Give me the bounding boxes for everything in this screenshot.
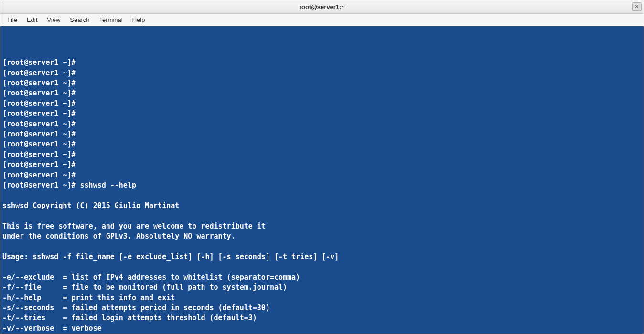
terminal-line: -f/--file = file to be monitored (full p… — [2, 282, 642, 292]
menu-file[interactable]: File — [3, 15, 21, 25]
terminal-line: sshwsd Copyright (C) 2015 Giulio Martina… — [2, 201, 642, 211]
terminal-line: -s/--seconds = failed attempts period in… — [2, 303, 642, 313]
close-button[interactable]: ✕ — [632, 2, 642, 11]
menu-edit[interactable]: Edit — [23, 15, 41, 25]
terminal-line — [2, 211, 642, 221]
terminal-line: [root@server1 ~]# — [2, 68, 642, 78]
terminal-line: [root@server1 ~]# — [2, 139, 642, 149]
terminal-line: [root@server1 ~]# — [2, 119, 642, 129]
terminal-line: -e/--exclude = list of IPv4 addresses to… — [2, 272, 642, 282]
terminal-line — [2, 242, 642, 252]
menu-terminal[interactable]: Terminal — [96, 15, 127, 25]
terminal-line: -t/--tries = failed login attempts thres… — [2, 313, 642, 323]
terminal-line: -v/--verbose = verbose — [2, 324, 642, 334]
terminal-line: [root@server1 ~]# — [2, 129, 642, 139]
menubar: File Edit View Search Terminal Help — [0, 14, 644, 26]
terminal-line: [root@server1 ~]# — [2, 170, 642, 180]
terminal-line: [root@server1 ~]# — [2, 78, 642, 88]
terminal-window: root@server1:~ ✕ File Edit View Search T… — [0, 0, 644, 334]
menu-help[interactable]: Help — [129, 15, 149, 25]
terminal-line: Usage: sshwsd -f file_name [-e exclude_l… — [2, 252, 642, 262]
close-icon: ✕ — [634, 3, 639, 10]
terminal-line — [2, 191, 642, 201]
menu-search[interactable]: Search — [66, 15, 93, 25]
terminal-line: [root@server1 ~]# — [2, 99, 642, 109]
window-title: root@server1:~ — [0, 3, 644, 10]
terminal-line: [root@server1 ~]# — [2, 88, 642, 98]
terminal-line: This is free software, and you are welco… — [2, 221, 642, 231]
terminal-line: [root@server1 ~]# — [2, 109, 642, 119]
terminal-area[interactable]: [root@server1 ~]#[root@server1 ~]#[root@… — [0, 26, 644, 334]
terminal-line: -h/--help = print this info and exit — [2, 293, 642, 303]
titlebar: root@server1:~ ✕ — [0, 0, 644, 14]
menu-view[interactable]: View — [43, 15, 64, 25]
terminal-line — [2, 262, 642, 272]
terminal-line: under the conditions of GPLv3. Absolutel… — [2, 231, 642, 241]
terminal-line: [root@server1 ~]# — [2, 150, 642, 160]
terminal-line: [root@server1 ~]# — [2, 58, 642, 68]
terminal-line: [root@server1 ~]# — [2, 160, 642, 170]
scrollbar[interactable] — [637, 26, 644, 334]
terminal-line: [root@server1 ~]# sshwsd --help — [2, 180, 642, 190]
